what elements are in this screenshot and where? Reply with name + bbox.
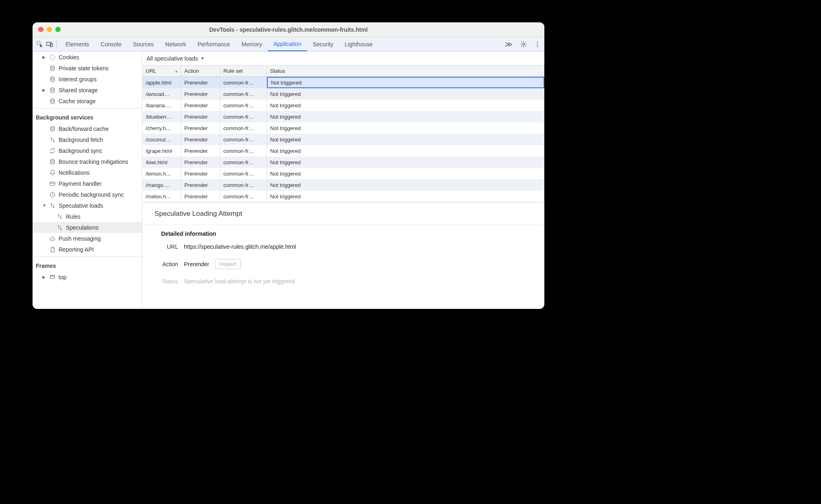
inspect-element-icon[interactable]: [35, 41, 45, 48]
sidebar-item-label: Background sync: [59, 148, 102, 154]
detail-label-action: Action: [154, 261, 178, 267]
sidebar-item-rules[interactable]: Rules: [33, 211, 142, 222]
cell-action: Prerender: [181, 179, 220, 191]
sidebar-item-cookies[interactable]: ▶Cookies: [33, 52, 142, 63]
sidebar-item-label: Speculations: [66, 224, 98, 231]
sidebar-item-interest-groups[interactable]: Interest groups: [33, 74, 142, 85]
tab-console[interactable]: Console: [95, 37, 127, 51]
column-header-status[interactable]: Status: [267, 65, 544, 76]
divider: [142, 224, 544, 225]
tab-memory[interactable]: Memory: [236, 37, 268, 51]
close-window-button[interactable]: [38, 27, 44, 32]
cell-ruleset: common-fr…: [220, 145, 267, 156]
cell-url: /cherry.h…: [142, 122, 181, 134]
svg-rect-14: [50, 182, 55, 185]
tab-performance[interactable]: Performance: [192, 37, 236, 51]
sidebar-item-reporting-api[interactable]: Reporting API: [33, 244, 142, 255]
column-header-action[interactable]: Action: [181, 65, 220, 76]
detail-value-action: Prerender: [184, 261, 209, 267]
db-icon: [49, 126, 56, 132]
sidebar-item-label: Notifications: [59, 169, 90, 176]
table-row[interactable]: /kiwi.htmlPrerendercommon-fr…Not trigger…: [142, 156, 544, 168]
chevron-down-icon: ▼: [42, 203, 46, 208]
table-row[interactable]: /cherry.h…Prerendercommon-fr…Not trigger…: [142, 122, 544, 134]
tab-elements[interactable]: Elements: [60, 37, 95, 51]
cell-status: Not triggered: [267, 111, 544, 122]
column-header-ruleset[interactable]: Rule set: [220, 65, 267, 76]
svg-rect-16: [50, 275, 55, 278]
inspect-button[interactable]: Inspect: [215, 259, 241, 269]
window-title: DevTools - speculative-rules.glitch.me/c…: [33, 26, 544, 33]
tab-network[interactable]: Network: [159, 37, 192, 51]
sidebar-item-label: Private state tokens: [59, 65, 109, 72]
sidebar-item-label: Speculative loads: [59, 202, 103, 209]
sidebar-item-bounce-tracking-mitigations[interactable]: Bounce tracking mitigations: [33, 156, 142, 167]
filter-dropdown[interactable]: All speculative loads ▼: [142, 52, 544, 65]
db-icon: [49, 76, 56, 83]
sidebar-item-speculative-loads[interactable]: ▼Speculative loads: [33, 200, 142, 211]
table-row[interactable]: /blueberr…Prerendercommon-fr…Not trigger…: [142, 111, 544, 122]
col-label: URL: [146, 68, 156, 74]
titlebar: DevTools - speculative-rules.glitch.me/c…: [33, 22, 544, 37]
table-row[interactable]: /avocad…Prerendercommon-fr…Not triggered: [142, 88, 544, 100]
svg-rect-0: [37, 41, 40, 45]
detail-value-status: Speculative load attempt is not yet trig…: [184, 278, 296, 285]
overflow-tabs-icon[interactable]: ≫: [501, 40, 517, 49]
table-row[interactable]: /lemon.h…Prerendercommon-fr…Not triggere…: [142, 168, 544, 179]
cell-action: Prerender: [181, 191, 220, 202]
chevron-right-icon: ▶: [42, 275, 46, 279]
cell-url: /banana.…: [142, 100, 181, 111]
tab-sources[interactable]: Sources: [127, 37, 159, 51]
db-icon: [49, 159, 56, 165]
db-icon: [49, 87, 56, 93]
filter-label: All speculative loads: [146, 55, 198, 62]
more-menu-icon[interactable]: [531, 41, 544, 48]
sidebar-item-background-sync[interactable]: Background sync: [33, 145, 142, 156]
sync-icon: [49, 148, 56, 154]
cell-status: Not triggered: [267, 77, 544, 88]
cloud-icon: [49, 235, 56, 242]
cell-status: Not triggered: [267, 145, 544, 156]
settings-gear-icon[interactable]: [517, 41, 531, 48]
minimize-window-button[interactable]: [47, 27, 52, 32]
cell-url: /coconut…: [142, 134, 181, 145]
tab-lighthouse[interactable]: Lighthouse: [339, 37, 378, 51]
sort-asc-icon: ▲: [175, 69, 178, 73]
svg-point-4: [537, 41, 538, 43]
cell-action: Prerender: [181, 156, 220, 168]
table-row[interactable]: /coconut…Prerendercommon-fr…Not triggere…: [142, 134, 544, 145]
table-row[interactable]: /mango.…Prerendercommon-fr…Not triggered: [142, 179, 544, 191]
sidebar-item-push-messaging[interactable]: Push messaging: [33, 233, 142, 244]
sidebar-item-background-fetch[interactable]: Background fetch: [33, 134, 142, 145]
table-row[interactable]: /apple.htmlPrerendercommon-fr…Not trigge…: [142, 77, 544, 88]
sidebar-item-back-forward-cache[interactable]: Back/forward cache: [33, 123, 142, 134]
table-row[interactable]: /banana.…Prerendercommon-fr…Not triggere…: [142, 100, 544, 111]
sidebar-item-private-state-tokens[interactable]: Private state tokens: [33, 63, 142, 74]
cell-url: /melon.h…: [142, 191, 181, 202]
doc-icon: [49, 246, 56, 253]
svg-point-6: [537, 46, 538, 47]
tab-security[interactable]: Security: [307, 37, 339, 51]
sidebar-item-payment-handler[interactable]: Payment handler: [33, 178, 142, 189]
bell-icon: [49, 169, 56, 176]
cell-action: Prerender: [181, 88, 220, 100]
sidebar-item-notifications[interactable]: Notifications: [33, 167, 142, 178]
detail-value-url: https://speculative-rules.glitch.me/appl…: [184, 243, 296, 250]
sidebar-item-label: Back/forward cache: [59, 126, 109, 132]
cell-url: /apple.html: [142, 77, 181, 88]
table-header: URL ▲ Action Rule set Status: [142, 65, 544, 77]
device-toolbar-icon[interactable]: [45, 41, 55, 48]
sidebar-item-cache-storage[interactable]: Cache storage: [33, 96, 142, 106]
zoom-window-button[interactable]: [55, 27, 61, 32]
chevron-right-icon: ▶: [42, 55, 46, 59]
table-row[interactable]: /grape.htmlPrerendercommon-fr…Not trigge…: [142, 145, 544, 156]
table-row[interactable]: /melon.h…Prerendercommon-fr…Not triggere…: [142, 191, 544, 202]
tab-application[interactable]: Application: [268, 37, 307, 51]
sidebar-item-speculations[interactable]: Speculations: [33, 222, 142, 233]
sidebar-item-top[interactable]: ▶top: [33, 272, 142, 282]
sidebar-item-periodic-background-sync[interactable]: Periodic background sync: [33, 189, 142, 200]
column-header-url[interactable]: URL ▲: [142, 65, 181, 76]
svg-point-8: [50, 66, 54, 67]
details-title: Speculative Loading Attempt: [155, 210, 535, 218]
sidebar-item-shared-storage[interactable]: ▶Shared storage: [33, 85, 142, 96]
